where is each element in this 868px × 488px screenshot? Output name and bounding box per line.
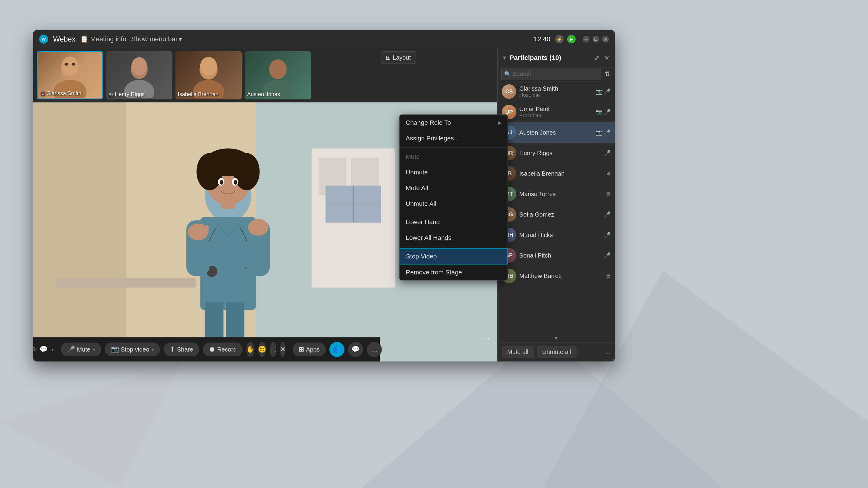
context-menu-item-mute-all[interactable]: Mute All: [400, 180, 507, 196]
participants-list: CS Clarissa Smith Host, me 📷 🎤 UP Umar P…: [498, 82, 615, 334]
video-dropdown-arrow: ▾: [152, 347, 154, 352]
hand-raise-button[interactable]: ✋: [246, 342, 254, 357]
messages-button[interactable]: 💬: [348, 342, 363, 357]
meeting-time: 12:40: [534, 35, 550, 43]
mic-muted-icon: 🎤: [604, 129, 611, 136]
svg-rect-44: [195, 224, 199, 234]
layout-button[interactable]: ⊞ Layout: [381, 51, 416, 64]
share-icon: ⬆: [170, 346, 175, 353]
context-menu-item-stop-video[interactable]: Stop Video: [400, 248, 507, 264]
participant-name: Marise Torres: [519, 191, 602, 198]
thumb-label-4: Austen Jones: [247, 91, 280, 98]
participant-info: Austen Jones: [519, 129, 592, 136]
participant-item[interactable]: IB Isabella Brennan 🖥: [498, 163, 615, 184]
chat-dropdown[interactable]: ▾: [51, 347, 54, 352]
participant-role: Presenter: [519, 113, 592, 119]
panel-popout-icon[interactable]: ⤢: [593, 53, 601, 63]
context-menu-item-assign-privileges[interactable]: Assign Privileges...: [400, 130, 507, 146]
collapse-icon[interactable]: ▼: [502, 55, 507, 61]
participant-name: Isabella Brennan: [519, 170, 602, 177]
mic-icon: 🎤: [604, 232, 611, 238]
sort-button[interactable]: ⇅: [603, 69, 611, 79]
mic-icon: 🎤: [67, 346, 75, 353]
window-controls: ─ □ ✕: [583, 36, 609, 42]
context-menu-item-unmute-all[interactable]: Unmute All: [400, 196, 507, 212]
thumbnail-henry[interactable]: 📷 Henry Riggs: [106, 51, 173, 99]
context-menu-item-lower-all-hands[interactable]: Lower All Hands: [400, 230, 507, 246]
close-button[interactable]: ✕: [602, 36, 609, 42]
participant-item[interactable]: HR Henry Riggs 🎤: [498, 143, 615, 163]
participant-avatar: CS: [502, 84, 516, 99]
title-icon-user[interactable]: ▶: [567, 35, 576, 43]
participant-role: Host, me: [519, 92, 592, 98]
svg-point-8: [72, 63, 75, 66]
mic-icon: 🎤: [604, 109, 611, 116]
svg-rect-43: [191, 225, 195, 234]
mute-button[interactable]: 🎤 Mute ▾: [61, 343, 101, 356]
participant-info: Henry Riggs: [519, 150, 601, 157]
mute-all-button[interactable]: Mute all: [502, 346, 534, 358]
context-menu-item-remove-from-stage[interactable]: Remove from Stage: [400, 264, 507, 280]
thumbnail-clarissa[interactable]: 🔇 Clarissa Smith: [37, 51, 103, 99]
app-name: Webex: [53, 35, 75, 43]
minimize-button[interactable]: ─: [583, 36, 590, 42]
participant-info: Marise Torres: [519, 191, 602, 198]
more-options-button[interactable]: …: [270, 342, 276, 357]
context-menu-item-lower-hand[interactable]: Lower Hand: [400, 214, 507, 230]
participant-item[interactable]: CS Clarissa Smith Host, me 📷 🎤: [498, 82, 615, 102]
svg-point-32: [234, 153, 259, 190]
thumbnail-austen[interactable]: Austen Jones: [245, 51, 311, 99]
participant-item[interactable]: SP Sonali Pitch 🎤: [498, 245, 615, 266]
stop-video-button[interactable]: 📷 Stop video ▾: [105, 343, 160, 356]
participant-icons: 🖥: [605, 170, 611, 177]
toolbar-more-button[interactable]: …: [367, 342, 382, 357]
participant-name: Sonali Pitch: [519, 252, 601, 259]
scroll-indicator: ▼: [498, 334, 615, 342]
search-box: 🔍: [501, 68, 601, 80]
app-window: W Webex 📋 Meeting info Show menu bar ▾ 1…: [33, 30, 615, 361]
participant-icons: 🖥: [605, 191, 611, 197]
participant-item[interactable]: MH Murad Hicks 🎤: [498, 225, 615, 245]
participant-name: Clarissa Smith: [519, 85, 592, 92]
participant-item[interactable]: UP Umar Patel Presenter 📷 🎤: [498, 102, 615, 122]
panel-title: Participants (10): [510, 54, 591, 62]
participant-icons: 🖥: [605, 273, 611, 279]
search-input[interactable]: [501, 68, 601, 80]
maximize-button[interactable]: □: [592, 36, 599, 42]
panel-more-button[interactable]: …: [604, 348, 611, 356]
meeting-info-button[interactable]: 📋 Meeting info: [80, 35, 126, 43]
mic-icon: 🎤: [604, 252, 611, 259]
mic-icon: 🎤: [604, 150, 611, 156]
context-menu-item-change-role[interactable]: Change Role To ▶: [400, 115, 507, 130]
mic-icon: 🎤: [604, 88, 611, 95]
thumbnail-strip: 🔇 Clarissa Smith 📷: [33, 48, 497, 102]
reactions-button[interactable]: 😊: [258, 342, 266, 357]
end-call-button[interactable]: ✕: [280, 342, 285, 357]
video-icon: 📷: [595, 88, 602, 95]
participant-info: Murad Hicks: [519, 232, 601, 238]
participant-item[interactable]: SG Sofia Gomez 🎤: [498, 204, 615, 225]
record-button[interactable]: ⏺ Record: [203, 343, 243, 356]
thumbnail-isabelle[interactable]: Isabelle Brennan: [176, 51, 242, 99]
search-icon: 🔍: [504, 71, 511, 77]
participant-name: Austen Jones: [519, 129, 592, 136]
unmute-all-button[interactable]: Unmute all: [537, 346, 577, 358]
mic-icon: 🎤: [604, 211, 611, 218]
participant-name: Henry Riggs: [519, 150, 601, 157]
participant-item[interactable]: MT Marise Torres 🖥: [498, 184, 615, 204]
camera-icon: 📷: [111, 346, 119, 353]
apps-icon: ⊞: [299, 346, 304, 353]
apps-button[interactable]: ⊞ Apps: [293, 343, 326, 356]
video-icon: 📷: [595, 109, 602, 116]
svg-point-42: [248, 219, 269, 235]
participant-item[interactable]: MB Matthew Barrett 🖥: [498, 266, 615, 286]
title-icon-emoji[interactable]: ⚡: [555, 35, 564, 43]
participants-button[interactable]: 👥: [330, 342, 344, 357]
panel-close-icon[interactable]: ✕: [603, 53, 611, 63]
svg-point-11: [131, 57, 147, 75]
context-menu-item-unmute[interactable]: Unmute: [400, 164, 507, 180]
show-menu-button[interactable]: Show menu bar ▾: [131, 35, 182, 43]
chat-icon[interactable]: 💬: [39, 346, 48, 353]
share-button[interactable]: ⬆ Share: [164, 343, 199, 356]
participant-item-active[interactable]: AJ Austen Jones 📷 🎤: [498, 122, 615, 143]
